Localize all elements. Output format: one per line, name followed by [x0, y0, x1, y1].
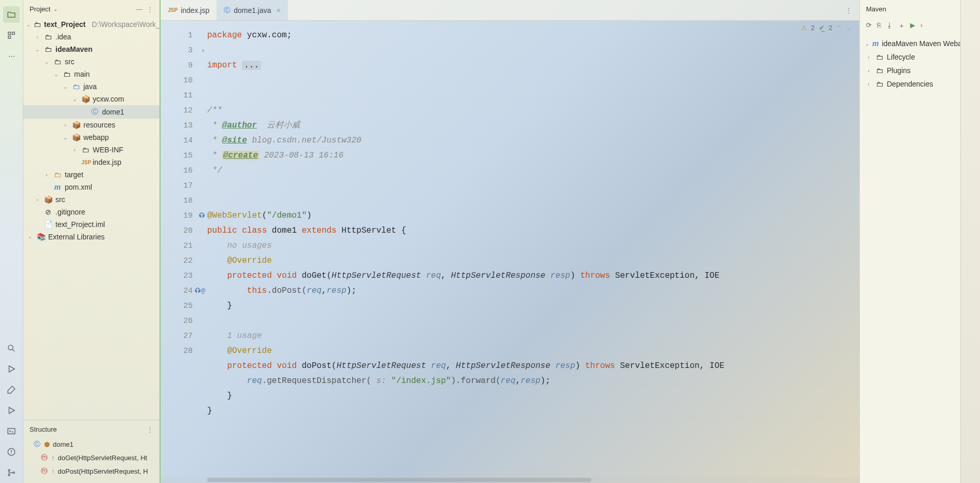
project-panel: Project ⌄ — ⋮ ⌄🗀 text_Project D:\Workspa…	[23, 0, 161, 483]
svg-rect-6	[8, 429, 15, 434]
override-icon[interactable]: ⮉	[198, 208, 205, 223]
svg-point-8	[8, 470, 10, 471]
maven-title: Maven	[860, 0, 960, 18]
tree-node-iml[interactable]: 📄text_Project.iml	[23, 218, 160, 231]
structure-tool-icon[interactable]	[3, 27, 20, 44]
run-tool-icon[interactable]	[3, 361, 20, 377]
collapse-icon[interactable]: —	[136, 5, 142, 13]
project-panel-title: Project	[30, 5, 50, 13]
debug-tool-icon[interactable]	[3, 402, 20, 419]
build-tool-icon[interactable]	[3, 381, 20, 398]
structure-more-icon[interactable]: ⋮	[147, 425, 153, 433]
override-icon[interactable]: ⮉@	[194, 283, 205, 299]
fold-icon[interactable]: ›	[201, 43, 205, 58]
search-icon[interactable]	[3, 340, 20, 357]
right-toolbar	[960, 0, 980, 483]
tree-node-ideamaven[interactable]: ⌄🗀ideaMaven	[23, 43, 160, 55]
more-icon[interactable]: ›	[920, 21, 923, 31]
tree-node-indexjsp[interactable]: JSPindex.jsp	[23, 156, 160, 168]
maven-project[interactable]: ⌄mideaMaven Maven Weba	[864, 37, 956, 50]
tree-node-target[interactable]: ›🗀target	[23, 168, 160, 181]
tree-node-resources[interactable]: ›📦resources	[23, 119, 160, 131]
maven-lifecycle[interactable]: ›🗀Lifecycle	[864, 50, 956, 64]
tree-node-package[interactable]: ⌄📦ycxw.com	[23, 93, 160, 105]
project-tree: ⌄🗀 text_Project D:\Workspace\Work_ ›🗀.id…	[23, 18, 160, 420]
tree-node-pom[interactable]: mpom.xml	[23, 181, 160, 193]
editor-area: JSP index.jsp Ⓒ dome1.java × ⋮ ⚠2 ✔̲2 ⌃ …	[161, 0, 859, 483]
run-icon[interactable]: ▶	[910, 21, 915, 31]
vcs-tool-icon[interactable]	[3, 464, 20, 481]
horizontal-scrollbar[interactable]	[161, 477, 859, 483]
tab-dome1java[interactable]: Ⓒ dome1.java ×	[217, 0, 288, 20]
tree-node-gitignore[interactable]: ⊘.gitignore	[23, 206, 160, 218]
class-icon: Ⓒ	[224, 6, 230, 15]
structure-panel: Structure ⋮ Ⓒ⬢dome1 ⓜ↑doGet(HttpServletR…	[23, 420, 160, 483]
structure-title: Structure	[30, 425, 57, 433]
editor-gutter: 1 3› 9 10 11 12 13 14 15 16 17 18 19⮉ 20…	[161, 21, 207, 483]
tree-node-dome1[interactable]: Ⓒdome1	[23, 105, 160, 119]
tab-indexjsp[interactable]: JSP index.jsp	[161, 0, 217, 20]
svg-rect-2	[8, 36, 11, 39]
svg-point-3	[8, 345, 13, 350]
structure-method-dopost[interactable]: ⓜ↑doPost(HttpServletRequest, H	[30, 464, 153, 478]
tree-node-extlib[interactable]: ›📚External Libraries	[23, 231, 160, 243]
tree-node-webapp[interactable]: ⌄📦webapp	[23, 131, 160, 144]
tree-node-idea[interactable]: ›🗀.idea	[23, 31, 160, 43]
structure-panel-header[interactable]: Structure ⋮	[30, 425, 153, 437]
maven-plugins[interactable]: ›🗀Plugins	[864, 64, 956, 77]
tree-node-java[interactable]: ⌄🗀java	[23, 80, 160, 93]
tab-label: dome1.java	[234, 6, 271, 15]
svg-point-9	[8, 474, 10, 476]
project-tool-icon[interactable]	[3, 6, 20, 23]
add-icon[interactable]: ＋	[898, 21, 905, 31]
code-editor[interactable]: package ycxw.com; import ... /** * @auth…	[207, 21, 859, 483]
problems-tool-icon[interactable]	[3, 444, 20, 460]
maven-panel: Maven ⟳ ⎘ ⭳ ＋ ▶ › ⌄mideaMaven Maven Weba…	[859, 0, 960, 483]
structure-method-doget[interactable]: ⓜ↑doGet(HttpServletRequest, Ht	[30, 451, 153, 464]
refresh-icon[interactable]: ⟳	[866, 21, 872, 31]
download-icon[interactable]: ⭳	[886, 21, 893, 31]
project-panel-header[interactable]: Project ⌄ — ⋮	[23, 0, 160, 18]
tree-node-webinf[interactable]: ›🗀WEB-INF	[23, 144, 160, 156]
tab-label: index.jsp	[181, 6, 209, 15]
tree-node-src2[interactable]: ›📦src	[23, 193, 160, 206]
structure-class[interactable]: Ⓒ⬢dome1	[30, 437, 153, 451]
svg-rect-1	[12, 32, 15, 35]
tree-root-path: D:\Workspace\Work_	[92, 20, 160, 29]
tree-node-main[interactable]: ⌄🗀main	[23, 68, 160, 80]
tree-root[interactable]: ⌄🗀 text_Project D:\Workspace\Work_	[23, 18, 160, 31]
tree-node-src[interactable]: ⌄🗀src	[23, 55, 160, 68]
svg-marker-4	[9, 366, 15, 372]
generate-icon[interactable]: ⎘	[877, 21, 881, 31]
jsp-icon: JSP	[168, 7, 178, 13]
svg-rect-0	[8, 32, 11, 35]
maven-dependencies[interactable]: ›🗀Dependencies	[864, 77, 956, 91]
more-tool-icon[interactable]: ⋯	[3, 48, 20, 64]
maven-tree: ⌄mideaMaven Maven Weba ›🗀Lifecycle ›🗀Plu…	[860, 34, 960, 94]
svg-marker-5	[9, 407, 15, 414]
hide-icon[interactable]: ⋮	[147, 5, 153, 13]
tree-root-label: text_Project	[44, 20, 85, 29]
svg-point-10	[13, 472, 15, 474]
maven-toolbar: ⟳ ⎘ ⭳ ＋ ▶ ›	[860, 18, 960, 34]
terminal-tool-icon[interactable]	[3, 423, 20, 439]
tabs-more-icon[interactable]: ⋮	[838, 6, 859, 14]
chevron-down-icon: ⌄	[53, 6, 57, 12]
editor-tabs: JSP index.jsp Ⓒ dome1.java × ⋮	[161, 0, 859, 21]
close-tab-icon[interactable]: ×	[277, 6, 281, 15]
left-toolbar: ⋯	[0, 0, 23, 483]
